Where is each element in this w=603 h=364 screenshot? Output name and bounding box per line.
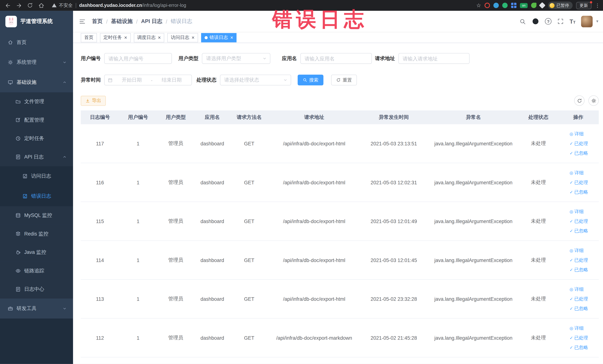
- extension-icon-red[interactable]: [485, 3, 490, 8]
- detail-link[interactable]: ◎ 详细: [569, 323, 583, 333]
- user-id-input[interactable]: [104, 53, 172, 64]
- close-icon[interactable]: ×: [230, 35, 233, 40]
- filter-process-status: 处理状态 请选择处理状态: [197, 75, 291, 85]
- app-name-input[interactable]: [300, 53, 372, 64]
- sidebar-item-mysql-monitor[interactable]: MySQL 监控: [0, 206, 73, 225]
- mark-ignored-link[interactable]: ✓ 已忽略: [569, 187, 588, 197]
- close-icon[interactable]: ×: [192, 35, 195, 40]
- breadcrumb-separator: /: [136, 18, 138, 24]
- tab[interactable]: 调度日志 ×: [134, 33, 164, 42]
- extension-icon-leaf[interactable]: [531, 3, 536, 8]
- update-button[interactable]: 更新: [576, 2, 591, 9]
- sidebar-item-home[interactable]: 首页: [0, 32, 73, 52]
- detail-link[interactable]: ◎ 详细: [569, 129, 583, 139]
- tab[interactable]: 访问日志 ×: [167, 33, 198, 42]
- mark-ignored-link[interactable]: ✓ 已忽略: [569, 342, 588, 352]
- process-status-select[interactable]: 请选择处理状态: [220, 75, 291, 85]
- chevron-up-icon: [62, 155, 67, 159]
- reload-icon[interactable]: [25, 1, 35, 10]
- bookmark-star-icon[interactable]: ☆: [476, 3, 481, 8]
- extension-icon-pin[interactable]: [539, 2, 545, 9]
- mark-ignored-link[interactable]: ✓ 已忽略: [569, 226, 588, 236]
- sidebar-item-system[interactable]: 系统管理: [0, 52, 73, 72]
- export-button-label: 导出: [92, 97, 101, 104]
- forward-icon[interactable]: [14, 1, 23, 10]
- extension-icon-green[interactable]: [502, 3, 508, 8]
- sidebar-item-config-management[interactable]: 配置管理: [0, 111, 73, 129]
- sidebar-item-redis-monitor[interactable]: Redis 监控: [0, 225, 73, 243]
- browser-menu-icon[interactable]: ⋮: [595, 2, 600, 8]
- back-icon[interactable]: [3, 1, 12, 10]
- mark-ignored-link[interactable]: ✓ 已忽略: [569, 265, 588, 274]
- detail-link[interactable]: ◎ 详细: [569, 207, 583, 216]
- extension-icon-grid[interactable]: [511, 3, 516, 8]
- app-logo[interactable]: 芋道管理系统: [0, 11, 73, 32]
- help-icon[interactable]: ?: [545, 18, 551, 25]
- mark-processed-link[interactable]: ✓ 已处理: [569, 255, 588, 265]
- fullscreen-icon[interactable]: [557, 18, 564, 25]
- sidebar-item-link-tracing[interactable]: 链路追踪: [0, 262, 73, 280]
- mark-processed-link[interactable]: ✓ 已处理: [569, 139, 588, 148]
- home-icon[interactable]: [36, 1, 46, 10]
- table-row: 116 1 管理员 dashboard GET /api/infra/db-do…: [81, 163, 599, 202]
- tab[interactable]: 首页: [81, 33, 97, 42]
- mark-processed-link[interactable]: ✓ 已处理: [569, 177, 588, 187]
- sidebar-item-dev-tools[interactable]: 研发工具: [0, 299, 73, 318]
- table-tools: [574, 95, 599, 106]
- extension-on-badge[interactable]: on: [520, 3, 528, 8]
- detail-link[interactable]: ◎ 详细: [569, 168, 583, 178]
- tab-label: 错误日志: [209, 34, 228, 41]
- sidebar-item-log-center[interactable]: 日志中心: [0, 280, 73, 299]
- mark-processed-link[interactable]: ✓ 已处理: [569, 294, 588, 304]
- caret-down-icon[interactable]: ▾: [596, 19, 598, 24]
- check-icon: ✓: [569, 177, 573, 187]
- navbar-actions: ? TT ▾: [519, 16, 598, 27]
- search-icon[interactable]: [519, 18, 526, 25]
- mark-processed-link[interactable]: ✓ 已处理: [569, 216, 588, 226]
- cell-app-name: dashboard: [195, 335, 230, 341]
- tab[interactable]: 错误日志 ×: [201, 33, 237, 42]
- sidebar-item-scheduled-tasks[interactable]: 定时任务: [0, 129, 73, 148]
- request-url-input[interactable]: [398, 53, 470, 64]
- sidebar-item-java-monitor[interactable]: Java 监控: [0, 243, 73, 262]
- sidebar-item-infrastructure[interactable]: 基础设施: [0, 72, 73, 92]
- cell-request-url: /api/infra/db-doc/export-html: [268, 257, 360, 263]
- close-icon[interactable]: ×: [124, 35, 127, 40]
- date-range-picker[interactable]: 开始日期 - 结束日期: [104, 75, 192, 85]
- download-icon: [85, 98, 90, 103]
- calendar-icon: [108, 78, 113, 82]
- sidebar-item-access-logs[interactable]: 访问日志: [0, 166, 73, 186]
- close-icon[interactable]: ×: [158, 35, 161, 40]
- breadcrumb-home[interactable]: 首页: [92, 18, 103, 25]
- tab[interactable]: 定时任务 ×: [100, 33, 130, 42]
- breadcrumb-api-logs[interactable]: API 日志: [141, 18, 162, 25]
- user-avatar[interactable]: [581, 16, 593, 27]
- mark-processed-link[interactable]: ✓ 已处理: [569, 333, 588, 343]
- mark-ignored-link[interactable]: ✓ 已忽略: [569, 304, 588, 313]
- sidebar-item-api-logs[interactable]: API 日志: [0, 148, 73, 166]
- export-button[interactable]: 导出: [81, 96, 106, 106]
- detail-link[interactable]: ◎ 详细: [569, 284, 583, 294]
- breadcrumb-current: 错误日志: [171, 18, 192, 25]
- search-button[interactable]: 搜索: [298, 75, 324, 85]
- sidebar-item-error-logs[interactable]: 错误日志: [0, 186, 73, 206]
- column-header: 请求地址: [268, 114, 360, 121]
- refresh-icon: [577, 98, 582, 103]
- user-type-select[interactable]: 请选择用户类型: [202, 53, 270, 64]
- column-settings-button[interactable]: [588, 95, 599, 106]
- cell-exception-time: 2021-05-03 12:01:49: [360, 218, 428, 224]
- github-icon[interactable]: [532, 18, 539, 25]
- check-icon: ✓: [569, 304, 573, 313]
- mark-ignored-link[interactable]: ✓ 已忽略: [569, 148, 588, 158]
- breadcrumb-infrastructure[interactable]: 基础设施: [111, 18, 133, 25]
- extension-icon-blue[interactable]: [493, 3, 499, 8]
- font-size-icon[interactable]: TT: [570, 18, 576, 25]
- paused-badge[interactable]: 已暂停: [548, 1, 573, 9]
- address-bar[interactable]: 不安全 dashboard.yudao.iocoder.cn /infra/lo…: [52, 2, 186, 9]
- refresh-button[interactable]: [574, 95, 584, 106]
- cell-user-id: 1: [119, 335, 157, 341]
- hamburger-icon[interactable]: [79, 18, 86, 25]
- reset-button[interactable]: 重置: [331, 75, 357, 85]
- sidebar-item-file-management[interactable]: 文件管理: [0, 92, 73, 111]
- detail-link[interactable]: ◎ 详细: [569, 246, 583, 255]
